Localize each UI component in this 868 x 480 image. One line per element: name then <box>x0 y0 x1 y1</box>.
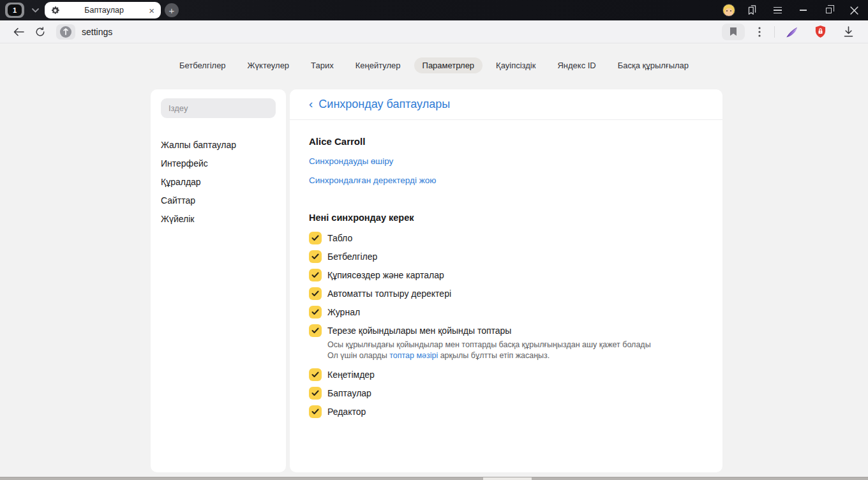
check-icon <box>311 390 319 396</box>
bookmark-page-button[interactable] <box>722 24 745 40</box>
restore-button[interactable] <box>819 1 837 19</box>
window-titlebar: 1 Баптаулар × + <box>0 0 868 20</box>
sync-option-settings: Баптаулар <box>309 384 703 402</box>
nav-tab-security[interactable]: Қауіпсіздік <box>488 57 544 73</box>
checkbox-checked[interactable] <box>309 287 322 300</box>
disable-sync-link[interactable]: Синхрондауды өшіру <box>309 156 703 166</box>
check-icon <box>311 290 319 297</box>
minimize-icon <box>800 10 807 11</box>
nav-tab-history[interactable]: Тарих <box>303 57 342 73</box>
sync-option-label: Табло <box>327 233 352 243</box>
description-line1: Осы құрылғыдағы қойындылар мен топтарды … <box>327 340 651 349</box>
sidebar-item-tools[interactable]: Құралдар <box>161 172 276 191</box>
kebab-menu-icon <box>758 27 761 37</box>
sync-settings-body: Alice Carroll Синхрондауды өшіру Синхрон… <box>290 120 722 421</box>
sync-option-editor: Редактор <box>309 402 703 421</box>
page-title: Синхрондау баптаулары <box>318 98 450 111</box>
sync-option-label: Бетбелгілер <box>327 251 377 262</box>
new-tab-button[interactable]: + <box>165 3 179 17</box>
reload-icon <box>35 27 45 37</box>
checkbox-checked[interactable] <box>309 368 322 381</box>
checkbox-checked[interactable] <box>309 232 322 244</box>
check-icon <box>311 371 319 378</box>
browser-tab-settings[interactable]: Баптаулар × <box>45 2 161 19</box>
checkbox-checked[interactable] <box>309 324 322 337</box>
check-icon <box>311 253 319 260</box>
description-line2-pre: Ол үшін оларды <box>327 351 389 360</box>
sidebar-item-interface[interactable]: Интерфейс <box>161 154 276 172</box>
sync-option-label: Журнал <box>327 307 360 317</box>
checkbox-checked[interactable] <box>309 387 322 400</box>
profile-avatar[interactable] <box>722 4 735 17</box>
back-arrow-icon <box>13 27 24 36</box>
check-icon <box>311 272 319 278</box>
address-bar-menu-button[interactable] <box>751 23 768 41</box>
check-icon <box>311 327 319 334</box>
bookmarks-icon <box>747 5 758 15</box>
feather-icon <box>785 25 799 39</box>
toolbar-divider <box>774 26 775 38</box>
sync-option-label: Құпиясөздер және карталар <box>327 270 444 280</box>
tab-list-chevron-button[interactable] <box>27 4 43 17</box>
checkbox-checked[interactable] <box>309 306 322 319</box>
account-name: Alice Carroll <box>309 136 703 147</box>
nav-tab-bookmarks[interactable]: Бетбелгілер <box>171 57 234 73</box>
chevron-down-icon <box>32 8 39 13</box>
close-icon <box>850 6 858 15</box>
hamburger-icon <box>774 7 782 14</box>
reload-button[interactable] <box>29 23 51 41</box>
sync-option-label: Редактор <box>327 407 366 417</box>
sync-option-label: Автоматты толтыру деректері <box>327 289 451 299</box>
bookmarks-panel-button[interactable] <box>743 1 761 19</box>
check-icon <box>311 409 319 415</box>
sync-option-passwords: Құпиясөздер және карталар <box>309 266 703 284</box>
sync-option-label: Терезе қойындылары мен қойынды топтары <box>327 326 511 336</box>
site-badge[interactable] <box>56 24 75 40</box>
groups-menu-link[interactable]: топтар мәзірі <box>389 351 438 360</box>
downloads-button[interactable] <box>837 23 859 41</box>
close-button[interactable] <box>845 1 863 19</box>
tab-counter-button[interactable]: 1 <box>5 3 24 18</box>
tab-close-icon[interactable]: × <box>148 6 155 15</box>
search-input[interactable] <box>161 98 276 118</box>
nav-tab-yandex-id[interactable]: Яндекс ID <box>549 57 604 73</box>
sidebar-item-system[interactable]: Жүйелік <box>161 209 276 228</box>
alice-assistant-button[interactable] <box>781 23 803 41</box>
nav-tab-settings[interactable]: Параметрлер <box>414 57 483 73</box>
delete-synced-data-link[interactable]: Синхрондалған деректерді жою <box>309 176 703 185</box>
checkbox-checked[interactable] <box>309 405 322 418</box>
checkbox-checked[interactable] <box>309 250 322 263</box>
taskbar-sliver-highlight <box>483 477 532 480</box>
taskbar-sliver <box>0 477 868 480</box>
nav-tab-downloads[interactable]: Жүктеулер <box>239 57 298 73</box>
check-icon <box>311 235 319 241</box>
sync-settings-header[interactable]: ‹ Синхрондау баптаулары <box>290 89 722 120</box>
sync-option-label: Баптаулар <box>327 388 371 398</box>
browser-toolbar: settings <box>0 20 868 43</box>
tab-title: Баптаулар <box>60 6 148 15</box>
sync-option-label: Кеңетімдер <box>327 370 375 380</box>
section-title: Нені синхрондау керек <box>309 213 703 223</box>
sidebar-item-sites[interactable]: Сайттар <box>161 191 276 209</box>
sidebar-list: Жалпы баптаулар Интерфейс Құралдар Сайтт… <box>161 135 276 228</box>
minimize-button[interactable] <box>794 1 812 19</box>
nav-tab-extensions[interactable]: Кеңейтулер <box>347 57 409 73</box>
download-icon <box>844 26 853 37</box>
check-icon <box>311 309 319 315</box>
sync-option-bookmarks: Бетбелгілер <box>309 247 703 266</box>
address-bar-text[interactable]: settings <box>82 27 112 37</box>
menu-button[interactable] <box>768 1 786 19</box>
sidebar-item-general[interactable]: Жалпы баптаулар <box>161 135 276 154</box>
back-chevron-icon[interactable]: ‹ <box>309 98 313 110</box>
protect-button[interactable] <box>809 23 831 41</box>
checkbox-checked[interactable] <box>309 269 322 281</box>
back-button[interactable] <box>8 23 29 41</box>
description-line2-post: арқылы бұлтты етіп жасаңыз. <box>438 351 550 360</box>
sync-option-tabs: Терезе қойындылары мен қойынды топтары <box>309 321 703 340</box>
settings-sidebar: Жалпы баптаулар Интерфейс Құралдар Сайтт… <box>151 89 286 472</box>
nav-tab-other-devices[interactable]: Басқа құрылғылар <box>610 57 697 73</box>
yandex-browser-icon <box>60 26 71 38</box>
sync-options-list: Табло Бетбелгілер Құпиясөздер және карта… <box>309 229 703 421</box>
sync-settings-panel: ‹ Синхрондау баптаулары Alice Carroll Си… <box>290 89 722 472</box>
sync-option-tableau: Табло <box>309 229 703 247</box>
